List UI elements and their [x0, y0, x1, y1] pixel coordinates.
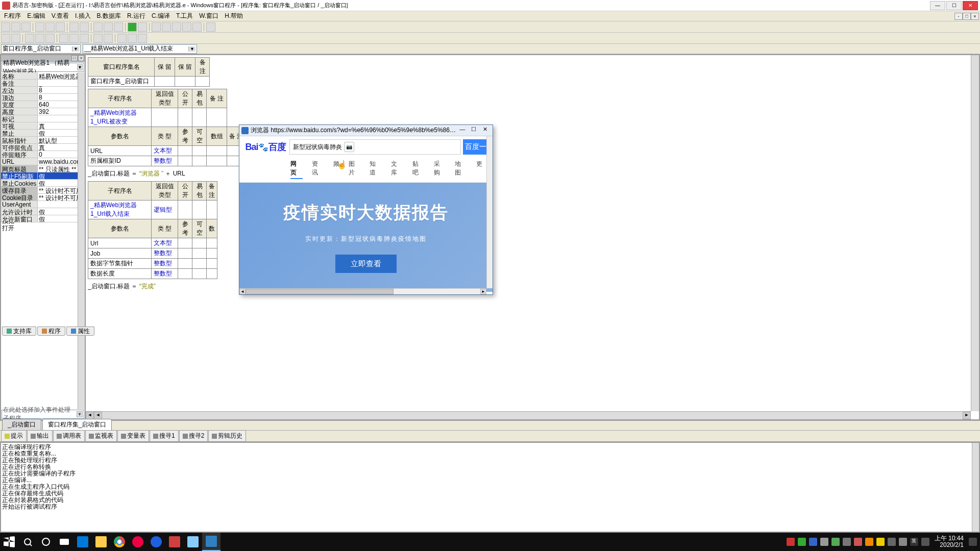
- scrollbar-vertical[interactable]: [971, 55, 979, 411]
- table-row[interactable]: 数据长度整数型: [88, 269, 217, 279]
- tb-redo[interactable]: [80, 22, 89, 32]
- menu-edit[interactable]: E.编辑: [24, 11, 48, 21]
- al-9[interactable]: [93, 34, 103, 43]
- tab-zhidao[interactable]: 知道: [370, 160, 382, 179]
- al-2[interactable]: [11, 34, 20, 43]
- view-now-button[interactable]: 立即查看: [335, 255, 397, 273]
- property-row[interactable]: 左边8: [1, 87, 85, 94]
- al-11[interactable]: [117, 34, 127, 43]
- al-10[interactable]: [104, 34, 113, 43]
- table-row[interactable]: _精易Web浏览器1_Url载入结束 逻辑型: [88, 201, 217, 219]
- menu-program[interactable]: F.程序: [1, 11, 24, 21]
- scroll-left-icon[interactable]: ◄: [94, 412, 102, 419]
- menu-help[interactable]: H.帮助: [222, 11, 246, 21]
- property-row[interactable]: 可停留焦点真: [1, 144, 85, 151]
- code-line[interactable]: _启动窗口.标题 ＝ “浏览器 ” ＋ URL: [88, 168, 971, 179]
- mdi-restore[interactable]: □: [963, 13, 971, 20]
- tb-step1[interactable]: [152, 22, 161, 32]
- tab-program[interactable]: 程序: [37, 327, 65, 336]
- scrollbar-vertical[interactable]: [486, 136, 493, 288]
- menu-insert[interactable]: I.插入: [72, 11, 94, 21]
- panel-close-icon[interactable]: ×: [78, 55, 84, 61]
- table-row[interactable]: URL 文本型: [88, 146, 246, 156]
- table-row[interactable]: Job整数型: [88, 248, 217, 259]
- property-row[interactable]: Cookie目录** 设计时不可用: [1, 194, 85, 201]
- al-7[interactable]: [69, 34, 79, 43]
- menu-compile[interactable]: C.编译: [149, 11, 173, 21]
- tray-icon[interactable]: [820, 538, 828, 546]
- tray-icon[interactable]: [809, 538, 817, 546]
- tb-step5[interactable]: [192, 22, 202, 32]
- code-line[interactable]: ➤ _启动窗口.标题 ＝ “完成”: [88, 281, 971, 292]
- tb-win3[interactable]: [114, 22, 123, 32]
- scrollbar-horizontal[interactable]: ◄ ►: [239, 288, 486, 294]
- property-row[interactable]: 名称精易Web浏览器1: [1, 72, 85, 80]
- property-row[interactable]: 标记: [1, 115, 85, 122]
- ime-icon[interactable]: 英: [910, 538, 918, 546]
- tray-icon[interactable]: [899, 538, 907, 546]
- tb-run[interactable]: [128, 22, 137, 32]
- scrollbar-vertical[interactable]: [78, 72, 85, 409]
- code-editor[interactable]: 窗口程序集名 保 留 保 留 备 注 窗口程序集_启动窗口 子程序名 返回值类型…: [86, 54, 980, 420]
- tab-properties[interactable]: 属性: [66, 327, 94, 336]
- al-13[interactable]: [138, 34, 147, 43]
- table-row[interactable]: _精易Web浏览器1_URL被改变: [88, 108, 246, 127]
- property-row[interactable]: URLwww.baidu.com: [1, 158, 85, 165]
- scrollbar-horizontal[interactable]: ◄ ◄ ►: [86, 411, 971, 419]
- al-1[interactable]: [1, 34, 10, 43]
- maximize-button[interactable]: ☐: [946, 1, 962, 10]
- covid-banner[interactable]: 疫情实时大数据报告 实时更新：新型冠状病毒肺炎疫情地图 立即查看: [239, 183, 493, 292]
- camera-icon[interactable]: 📷: [344, 142, 354, 152]
- app-icon-1[interactable]: [129, 533, 147, 551]
- tab-vars[interactable]: 变量表: [117, 430, 149, 442]
- tab-start-window[interactable]: _启动窗口: [2, 419, 41, 430]
- output-log[interactable]: 正在编译现行程序正在检查重复名称...正在预处理现行程序正在进行名称转换正在统计…: [0, 442, 980, 533]
- tb-new[interactable]: [1, 22, 10, 32]
- tray-icon[interactable]: [854, 538, 862, 546]
- tab-output[interactable]: 输出: [27, 430, 53, 442]
- al-6[interactable]: [59, 34, 68, 43]
- tab-clipboard[interactable]: 剪辑历史: [208, 430, 246, 442]
- property-row[interactable]: 允许新窗口打开假: [1, 215, 85, 222]
- app-icon-3[interactable]: [165, 533, 184, 551]
- cortana-icon[interactable]: [37, 533, 55, 551]
- property-row[interactable]: 可视真: [1, 122, 85, 130]
- property-row[interactable]: 允许设计时预览假: [1, 208, 85, 215]
- scrollbar-vertical[interactable]: [972, 443, 979, 532]
- event-selector[interactable]: 在此处选择加入事件处理子程序 ▼: [2, 410, 84, 419]
- browser-minimize[interactable]: —: [457, 126, 468, 135]
- menu-tools[interactable]: T.工具: [173, 11, 196, 21]
- minimize-button[interactable]: —: [930, 1, 945, 10]
- tab-program-set[interactable]: 窗口程序集_启动窗口: [42, 419, 112, 430]
- close-button[interactable]: ✕: [963, 1, 978, 10]
- tray-icon[interactable]: [865, 538, 873, 546]
- tray-icon[interactable]: [888, 538, 896, 546]
- clock[interactable]: 上午 10:44 2020/2/1: [933, 535, 966, 548]
- property-row[interactable]: 备注: [1, 80, 85, 87]
- tray-icon[interactable]: [876, 538, 885, 546]
- tb-step4[interactable]: [182, 22, 191, 32]
- property-row[interactable]: 禁止Cookies假: [1, 180, 85, 187]
- tab-calltable[interactable]: 调用表: [53, 430, 85, 442]
- tb-step2[interactable]: [162, 22, 171, 32]
- mdi-minimize[interactable]: -: [954, 13, 963, 20]
- tab-image[interactable]: 图片: [349, 160, 361, 179]
- al-4[interactable]: [35, 34, 44, 43]
- tray-icon[interactable]: [787, 538, 795, 546]
- easylang-icon[interactable]: [202, 533, 220, 551]
- tb-paste[interactable]: [56, 22, 65, 32]
- tray-icon[interactable]: [921, 538, 929, 546]
- scroll-right-icon[interactable]: ►: [480, 289, 486, 294]
- edge-icon[interactable]: [74, 533, 92, 551]
- tb-copy[interactable]: [45, 22, 55, 32]
- search-input[interactable]: 新型冠状病毒肺炎 📷: [289, 139, 461, 155]
- combo-class[interactable]: 窗口程序集_启动窗口 ▼: [1, 44, 81, 54]
- menu-run[interactable]: R.运行: [124, 11, 149, 21]
- tb-stop[interactable]: [138, 22, 147, 32]
- property-row[interactable]: 停留顺序0: [1, 151, 85, 158]
- property-row[interactable]: 缓存目录** 设计时不可用: [1, 187, 85, 194]
- app-icon-4[interactable]: [184, 533, 202, 551]
- tb-undo[interactable]: [69, 22, 79, 32]
- al-5[interactable]: [45, 34, 55, 43]
- tb-save[interactable]: [21, 22, 31, 32]
